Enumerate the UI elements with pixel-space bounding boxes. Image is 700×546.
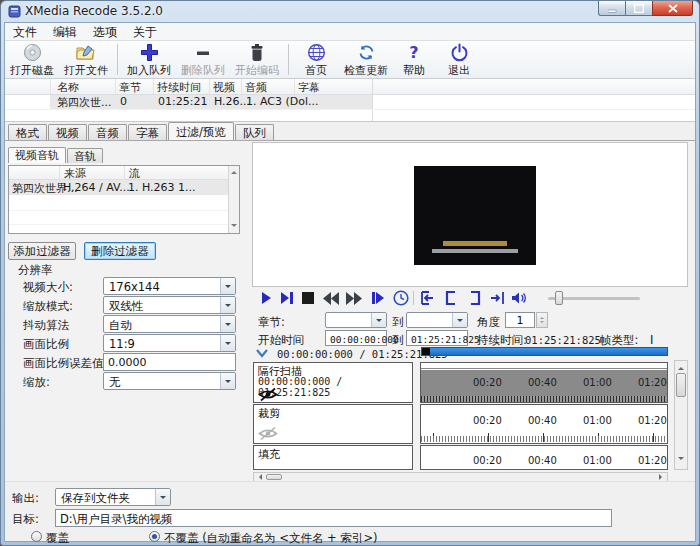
minimize-button[interactable]	[598, 1, 625, 16]
dither-select[interactable]: 自动	[103, 315, 236, 333]
power-icon	[450, 43, 469, 62]
track-row-selected[interactable]: 第四次世界... H.264 / AV... 1. H.263 1...	[9, 180, 228, 195]
zoom-select[interactable]: 无	[103, 372, 236, 390]
chevron-down-icon	[220, 316, 235, 332]
playhead-marker[interactable]	[422, 348, 430, 355]
subtab-video-track[interactable]: 视频音轨	[8, 147, 66, 163]
queue-file-list[interactable]: 名称 章节 持续时间 视频 音频 字幕 第四次世... 0 01:25:21 H…	[5, 79, 695, 122]
toolbar-separator	[288, 44, 289, 75]
chevron-down-icon	[452, 313, 467, 327]
tab-audio[interactable]: 音频	[88, 124, 127, 140]
add-queue-button[interactable]: 加入队列	[122, 41, 176, 78]
menu-file[interactable]: 文件	[5, 23, 45, 40]
tab-filter-preview[interactable]: 过滤/预览	[168, 122, 234, 140]
duration-label: 持续时间:	[477, 333, 527, 348]
visibility-eye-icon-disabled[interactable]	[258, 426, 278, 441]
menu-options[interactable]: 选项	[85, 23, 125, 40]
volume-slider-thumb[interactable]	[555, 291, 563, 305]
menubar: 文件 编辑 选项 关于	[5, 23, 695, 41]
tab-queue[interactable]: 队列	[235, 124, 274, 140]
clock-icon[interactable]	[392, 290, 410, 306]
stop-button[interactable]	[299, 290, 317, 306]
target-path-input[interactable]: D:\用户目录\我的视频	[55, 509, 612, 527]
window-title: XMedia Recode 3.5.2.0	[25, 4, 163, 18]
video-size-select[interactable]: 176x144	[103, 277, 236, 295]
globe-icon	[307, 43, 326, 62]
play-button[interactable]	[257, 290, 275, 306]
no-overwrite-radio[interactable]	[149, 531, 160, 542]
chapter-from-select[interactable]	[325, 312, 387, 328]
seek-bar[interactable]	[421, 347, 668, 356]
scroll-left-icon	[256, 474, 262, 480]
dither-label: 抖动算法	[23, 318, 69, 333]
mark-out-button[interactable]	[466, 290, 484, 306]
home-button[interactable]: 首页	[293, 41, 339, 78]
check-update-button[interactable]: 检查更新	[339, 41, 393, 78]
step-forward-button[interactable]	[369, 290, 387, 306]
aspect-label: 画面比例	[23, 337, 69, 352]
video-preview-panel	[252, 142, 688, 287]
timeline-row-deinterlace[interactable]: 00:20 00:40 01:00 01:20	[420, 362, 668, 403]
next-frame-button[interactable]	[278, 290, 296, 306]
chevron-down-icon	[371, 313, 386, 327]
file-row-selected[interactable]: 第四次世... 0 01:25:21 H.26... 1. AC3 (Dol..…	[50, 95, 372, 109]
toolbar: 打开磁盘 打开文件 加入队列 删除队列 开始编码 首页	[5, 41, 695, 79]
open-file-button[interactable]: 打开文件	[59, 41, 113, 78]
menu-about[interactable]: 关于	[125, 23, 165, 40]
timeline-row-crop[interactable]: 00:20 00:40 01:00 01:20	[420, 404, 668, 444]
tab-format[interactable]: 格式	[8, 124, 47, 140]
controls-separator	[413, 291, 414, 305]
frame-type-value: I	[650, 333, 653, 347]
frame-type-label: 帧类型:	[600, 333, 638, 348]
help-button[interactable]: ? 帮助	[393, 41, 435, 78]
filter-box-crop[interactable]: 裁剪	[253, 404, 413, 444]
rewind-button[interactable]	[322, 290, 340, 306]
add-queue-icon	[140, 43, 159, 62]
to-label: 到	[392, 315, 404, 330]
close-button[interactable]	[652, 1, 693, 16]
scrollbar-thumb[interactable]	[676, 373, 686, 397]
chevron-down-icon	[220, 335, 235, 351]
tab-video[interactable]: 视频	[48, 124, 87, 140]
visibility-eye-icon[interactable]	[258, 387, 278, 402]
scrollbar-thumb[interactable]	[266, 474, 282, 480]
start-encode-button: 开始编码	[230, 41, 284, 78]
goto-mark-out-button[interactable]	[488, 290, 506, 306]
speaker-icon[interactable]	[510, 290, 528, 306]
mark-in-button[interactable]	[442, 290, 460, 306]
chevron-down-icon	[220, 297, 235, 313]
menu-edit[interactable]: 编辑	[45, 23, 85, 40]
video-frame	[414, 166, 536, 265]
maximize-button[interactable]	[625, 1, 652, 16]
angle-spinner-buttons[interactable]	[536, 312, 548, 328]
overwrite-radio[interactable]	[31, 531, 42, 542]
open-disc-button[interactable]: 打开磁盘	[5, 41, 59, 78]
aspect-select[interactable]: 11:9	[103, 334, 236, 352]
tab-subtitle[interactable]: 字幕	[128, 124, 167, 140]
end-time-input[interactable]: 01:25:21:825	[406, 330, 468, 346]
fast-forward-button[interactable]	[345, 290, 363, 306]
scroll-down-icon	[231, 224, 237, 230]
track-list-scrollbar[interactable]	[228, 166, 239, 233]
filter-box-deinterlace[interactable]: 隔行扫描 00:00:00:000 / 01:25:21:825	[253, 362, 413, 403]
chapter-to-select[interactable]	[406, 312, 468, 328]
aspect-error-input[interactable]: 0.0000	[103, 353, 236, 371]
angle-spinner[interactable]: 1	[505, 312, 535, 328]
exit-button[interactable]: 退出	[435, 41, 483, 78]
filter-vertical-scrollbar[interactable]	[674, 360, 688, 470]
add-filter-button[interactable]: 添加过滤器	[8, 242, 76, 260]
scale-mode-select[interactable]: 双线性	[103, 296, 236, 314]
subtab-audio-track[interactable]: 音轨	[67, 148, 103, 163]
filter-box-pad[interactable]: 填充	[253, 445, 413, 470]
output-mode-select[interactable]: 保存到文件夹	[55, 488, 171, 506]
timeline-row-pad[interactable]: 00:20 00:40 01:00 01:20	[420, 445, 668, 470]
start-time-label: 开始时间	[258, 333, 304, 348]
goto-mark-in-button[interactable]	[418, 290, 436, 306]
remove-filter-button[interactable]: 删除过滤器	[84, 242, 156, 260]
collapse-chevron-icon[interactable]	[255, 348, 269, 358]
titlebar[interactable]: XMedia Recode 3.5.2.0	[1, 1, 699, 22]
start-time-input[interactable]: 00:00:00:000	[325, 330, 387, 346]
help-icon: ?	[409, 43, 418, 62]
column-divider	[372, 79, 373, 121]
track-list[interactable]: 来源 流 第四次世界... H.264 / AV... 1. H.263 1..…	[8, 165, 240, 234]
